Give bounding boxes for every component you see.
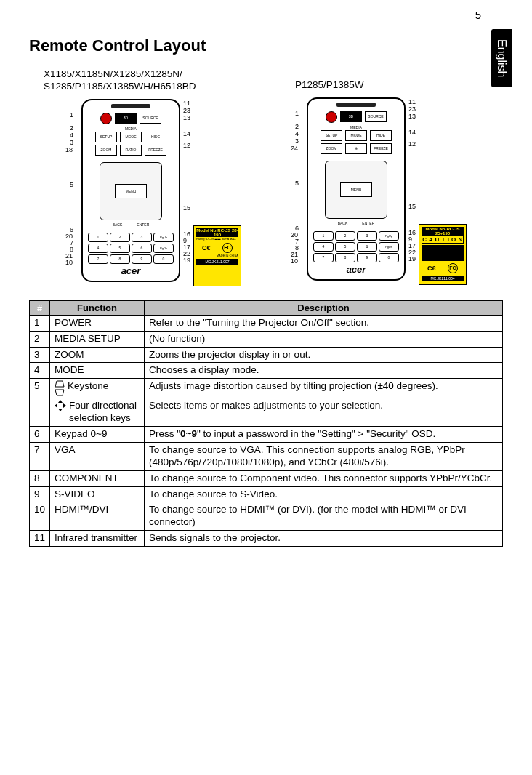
callout: 1 xyxy=(295,111,299,117)
table-row: 5 Keystone Adjusts image distortion caus… xyxy=(30,379,503,398)
callout: 23 xyxy=(408,106,416,113)
cell-fn: VGA xyxy=(50,442,145,470)
callout: 4 xyxy=(295,131,299,137)
cell-num: 10 xyxy=(30,502,50,531)
callout: 10 xyxy=(291,258,298,265)
svg-marker-2 xyxy=(58,400,63,403)
diagram-right: P1285/P1385W 3DSOURCE MEDIA SETUPMODEHID… xyxy=(269,68,472,289)
regulatory-sticker: Model No:RC-JS 28-190 Rating: DC3V ▬▬ 30… xyxy=(193,225,241,286)
sticker-footer: MC.JK211.004 xyxy=(422,276,464,281)
cell-fn: Keystone xyxy=(50,379,145,398)
cell-desc: Adjusts image distortion caused by tilti… xyxy=(145,379,503,398)
col-header-fn: Function xyxy=(50,300,145,315)
sticker-footer: MC.JK211.007 xyxy=(196,259,238,265)
callout: 2 xyxy=(295,124,299,130)
cell-desc: Press "0~9" to input a password in the "… xyxy=(145,427,503,443)
callout: 3 xyxy=(70,140,73,146)
function-table: # Function Description 1 POWER Refer to … xyxy=(29,300,503,547)
sticker-model: Model No:RC-JS 25+190 xyxy=(422,227,464,236)
desc-text: Press " xyxy=(149,428,180,439)
cell-fn: S-VIDEO xyxy=(50,486,145,502)
cell-num: 5 xyxy=(30,379,50,427)
callout: 10 xyxy=(65,260,73,266)
remote-illustration: 3DSOURCE MEDIA SETUPMODEHIDE ZOOM✻FREEZE… xyxy=(307,97,406,281)
callout: 18 xyxy=(65,147,73,153)
diagram-row: X1185/X1185N/X1285/X1285N/ S1285/P1185/X… xyxy=(44,68,503,289)
cell-fn: HDMI™/DVI xyxy=(50,502,145,531)
cell-desc: To change source to Component video. Thi… xyxy=(145,470,503,486)
callout: 19 xyxy=(408,256,416,262)
cell-desc: Refer to the "Turning the Projector On/O… xyxy=(145,315,503,331)
cell-num: 2 xyxy=(30,331,50,347)
remote-illustration: 3DSOURCE MEDIA SETUPMODEHIDE ZOOMRATIOFR… xyxy=(81,99,180,282)
cell-num: 4 xyxy=(30,363,50,379)
cell-desc: (No function) xyxy=(145,331,503,347)
svg-marker-5 xyxy=(63,403,66,408)
cell-num: 1 xyxy=(30,315,50,331)
cell-fn: MODE xyxy=(50,363,145,379)
cell-desc: To change source to S-Video. xyxy=(145,486,503,502)
cell-desc: Chooses a display mode. xyxy=(145,363,503,379)
col-header-desc: Description xyxy=(145,300,503,315)
cell-num: 11 xyxy=(30,531,50,547)
table-row: Four directional selection keys Selects … xyxy=(30,398,503,427)
callout: 14 xyxy=(183,131,190,137)
callout: 2 xyxy=(70,125,73,132)
callout: 11 xyxy=(408,99,416,105)
brand-logo: acer xyxy=(308,264,404,275)
table-row: 8 COMPONENT To change source to Componen… xyxy=(30,470,503,486)
page-number: 5 xyxy=(475,9,481,21)
table-row: 10 HDMI™/DVI To change source to HDMI™ (… xyxy=(30,502,503,531)
callout: 5 xyxy=(295,180,299,187)
fn-text: Four directional selection keys xyxy=(69,400,140,425)
callout: 11 xyxy=(183,100,190,107)
svg-marker-1 xyxy=(55,390,64,395)
col-header-num: # xyxy=(30,300,50,315)
sticker-model: Model No:RC-JS 28-190 xyxy=(196,228,238,237)
cell-num: 3 xyxy=(30,347,50,363)
diagram-left-label: X1185/X1185N/X1285/X1285N/ S1285/P1185/X… xyxy=(44,68,247,93)
regulatory-sticker: Model No:RC-JS 25+190 C A U T I O N C€FC… xyxy=(419,224,467,285)
cell-desc: To change source to HDMI™ (or DVI). (for… xyxy=(145,502,503,531)
callout: 19 xyxy=(183,257,190,264)
keystone-icon xyxy=(55,380,65,396)
callout: 3 xyxy=(295,138,299,145)
table-row: 11 Infrared transmitter Sends signals to… xyxy=(30,531,503,547)
table-row: 3 ZOOM Zooms the projector display in or… xyxy=(30,347,503,363)
table-row: 7 VGA To change source to VGA. This conn… xyxy=(30,442,503,470)
diagram-label-text: P1285/P1385W xyxy=(295,79,364,90)
cell-fn: COMPONENT xyxy=(50,470,145,486)
diagram-left: X1185/X1185N/X1285/X1285N/ S1285/P1185/X… xyxy=(44,68,247,289)
table-row: 6 Keypad 0~9 Press "0~9" to input a pass… xyxy=(30,427,503,443)
page-title: Remote Control Layout xyxy=(29,36,503,55)
svg-marker-3 xyxy=(58,409,63,411)
callout: 24 xyxy=(291,145,298,152)
table-row: 4 MODE Chooses a display mode. xyxy=(30,363,503,379)
language-tab: English xyxy=(491,29,512,87)
callout: 4 xyxy=(70,132,73,139)
cell-desc: To change source to VGA. This connection… xyxy=(145,442,503,470)
cell-fn: MEDIA SETUP xyxy=(50,331,145,347)
cell-fn: Four directional selection keys xyxy=(50,398,145,427)
four-direction-icon xyxy=(55,400,66,411)
desc-text: " to input a password in the "Setting" >… xyxy=(197,428,435,439)
cell-fn: ZOOM xyxy=(50,347,145,363)
cell-num: 9 xyxy=(30,486,50,502)
cell-desc: Zooms the projector display in or out. xyxy=(145,347,503,363)
diagram-right-label: P1285/P1385W xyxy=(295,79,472,92)
table-row: 9 S-VIDEO To change source to S-Video. xyxy=(30,486,503,502)
callout: 5 xyxy=(70,182,73,188)
cell-desc: Sends signals to the projector. xyxy=(145,531,503,547)
cell-num: 7 xyxy=(30,442,50,470)
cell-fn: POWER xyxy=(50,315,145,331)
callout: 15 xyxy=(408,204,416,210)
callout: 12 xyxy=(183,142,190,149)
svg-marker-4 xyxy=(55,403,57,408)
cell-num: 6 xyxy=(30,427,50,443)
cell-desc: Selects items or makes adjustments to yo… xyxy=(145,398,503,427)
table-row: 1 POWER Refer to the "Turning the Projec… xyxy=(30,315,503,331)
callout: 13 xyxy=(408,113,416,120)
callout: 1 xyxy=(70,112,73,119)
callout: 15 xyxy=(183,205,190,212)
fn-text: Keystone xyxy=(68,380,108,393)
